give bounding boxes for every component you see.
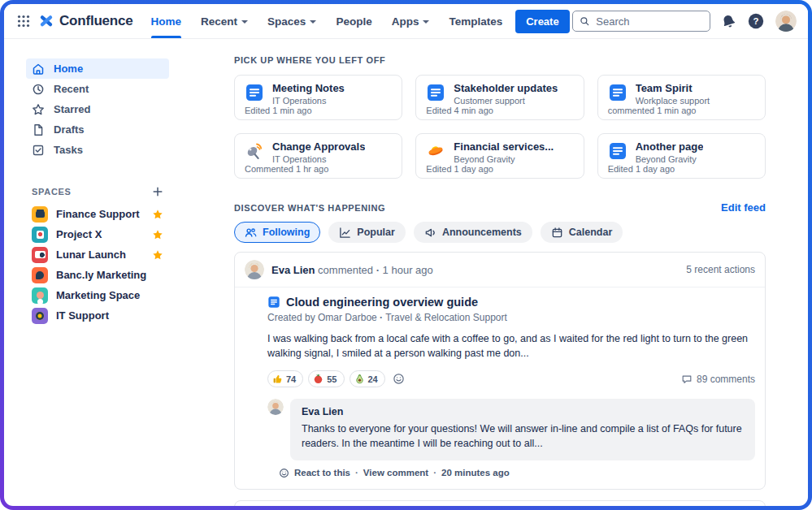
people-icon xyxy=(245,227,257,239)
sidebar-space-marketing-space[interactable]: Marketing Space xyxy=(26,285,169,305)
sidebar: Home Recent Starred Drafts xyxy=(4,39,224,506)
tomato-emoji xyxy=(313,374,323,384)
app-switcher-button[interactable] xyxy=(14,11,33,31)
svg-text:?: ? xyxy=(753,16,759,26)
search-box[interactable] xyxy=(572,11,710,32)
search-icon xyxy=(580,15,589,27)
create-button[interactable]: Create xyxy=(515,10,569,33)
home-icon xyxy=(32,63,45,76)
draft-icon xyxy=(32,123,45,136)
ufo-icon xyxy=(426,141,445,161)
nav-item-spaces[interactable]: Spaces xyxy=(258,4,326,38)
pickup-card-team-spirit[interactable]: Team Spirit Workplace support commented … xyxy=(597,75,766,120)
tasks-icon xyxy=(32,144,45,157)
sidebar-item-home[interactable]: Home xyxy=(26,58,169,79)
search-input[interactable] xyxy=(594,15,703,28)
feed-item-cloud-engineering: Eva Lien commented · 1 hour ago 5 recent… xyxy=(234,252,766,490)
comment-row: Eva Lien Thanks to everyone for your que… xyxy=(267,399,755,460)
sidebar-space-it-support[interactable]: IT Support xyxy=(26,305,169,326)
react-to-this-link[interactable]: React to this xyxy=(294,468,350,478)
reactions-row: 74 55 xyxy=(267,370,755,387)
sidebar-item-starred[interactable]: Starred xyxy=(26,99,169,119)
nav-item-apps[interactable]: Apps xyxy=(382,4,440,38)
confluence-page: Confluence Home Recent Spaces People App… xyxy=(4,4,808,506)
reaction-thumbs-up[interactable]: 74 xyxy=(267,370,303,387)
nav-item-templates[interactable]: Templates xyxy=(439,4,512,38)
comment-footer: React to this · View comment · 20 minute… xyxy=(279,468,755,478)
avatar xyxy=(245,260,264,279)
comment-bubble-icon xyxy=(681,374,693,385)
space-avatar-icon xyxy=(32,308,48,324)
author-name: Eva Lien xyxy=(271,264,315,276)
help-button[interactable]: ? xyxy=(747,12,765,30)
feed-item-header: Eva Lien commented · 1 hour ago 5 recent… xyxy=(235,253,765,287)
page-icon xyxy=(608,141,627,161)
profile-avatar[interactable] xyxy=(775,11,797,32)
confluence-logo[interactable]: Confluence xyxy=(38,13,133,29)
avocado-emoji xyxy=(354,374,365,384)
avatar xyxy=(775,11,797,32)
add-reaction-smiley-icon xyxy=(393,373,405,385)
notifications-button[interactable] xyxy=(721,14,736,29)
filter-popular[interactable]: Popular xyxy=(328,222,406,243)
clock-icon xyxy=(32,83,45,96)
reaction-tomato[interactable]: 55 xyxy=(308,370,344,387)
sidebar-space-finance-support[interactable]: Finance Support xyxy=(26,204,169,224)
filter-following[interactable]: Following xyxy=(234,222,320,243)
view-comment-link[interactable]: View comment xyxy=(363,468,428,478)
card-meta: Edited 4 min ago xyxy=(426,106,573,115)
add-reaction-button[interactable] xyxy=(393,373,405,385)
comment-text: Thanks to everyone for your questions! W… xyxy=(302,421,744,451)
starred-icon[interactable] xyxy=(152,209,163,220)
edit-feed-link[interactable]: Edit feed xyxy=(721,201,766,214)
main-content: PICK UP WHERE YOU LEFT OFF Meeting Notes… xyxy=(224,39,808,506)
card-meta: Edited 1 day ago xyxy=(608,164,755,174)
megaphone-icon xyxy=(424,227,436,239)
chevron-down-icon xyxy=(310,20,316,24)
sidebar-space-project-x[interactable]: Project X xyxy=(26,224,169,244)
sidebar-space-bancly-marketing[interactable]: Banc.ly Marketing xyxy=(26,265,169,285)
feed-item-body: Cloud engineering overview guide Created… xyxy=(235,287,765,489)
pickup-card-another-page[interactable]: Another page Beyond Gravity Edited 1 day… xyxy=(597,133,766,179)
comment-time: 20 minutes ago xyxy=(441,468,510,478)
page-icon xyxy=(426,83,445,102)
sidebar-item-recent[interactable]: Recent xyxy=(26,79,169,99)
pickup-card-financial-services[interactable]: Financial services... Beyond Gravity Edi… xyxy=(415,133,584,179)
space-avatar-icon xyxy=(32,247,48,263)
starred-icon[interactable] xyxy=(152,249,163,261)
activity-feed: Eva Lien commented · 1 hour ago 5 recent… xyxy=(234,252,766,506)
discover-section-label: DISCOVER WHAT'S HAPPENING xyxy=(234,203,385,213)
pickup-card-meeting-notes[interactable]: Meeting Notes IT Operations Edited 1 min… xyxy=(234,75,402,120)
recent-actions-label: 5 recent actions xyxy=(686,264,755,275)
app-grid-icon xyxy=(17,15,30,28)
browser-frame: Confluence Home Recent Spaces People App… xyxy=(0,0,812,510)
page-icon xyxy=(245,83,264,102)
feed-preview-text: I was walking back from a local cafe wit… xyxy=(267,331,755,361)
pickup-card-change-approvals[interactable]: Change Approvals IT Operations Commented… xyxy=(234,133,402,179)
body-row: Home Recent Starred Drafts xyxy=(4,39,808,506)
feed-page-title[interactable]: Cloud engineering overview guide xyxy=(267,296,755,309)
page-icon xyxy=(267,296,280,309)
plus-icon xyxy=(152,186,163,197)
comment-bubble: Eva Lien Thanks to everyone for your que… xyxy=(290,399,755,460)
nav-item-recent[interactable]: Recent xyxy=(191,4,258,38)
pickup-section-label: PICK UP WHERE YOU LEFT OFF xyxy=(234,55,808,65)
nav-item-home[interactable]: Home xyxy=(141,4,192,38)
starred-icon[interactable] xyxy=(152,229,163,240)
sidebar-item-tasks[interactable]: Tasks xyxy=(26,140,169,160)
feed-item-incident-pirs: Jie Yan Song edited · 1 hour ago xyxy=(234,500,766,507)
pickup-card-stakeholder-updates[interactable]: Stakeholder updates Customer support Edi… xyxy=(415,75,584,120)
sidebar-item-drafts[interactable]: Drafts xyxy=(26,119,169,140)
nav-item-people[interactable]: People xyxy=(326,4,381,38)
reaction-avocado[interactable]: 24 xyxy=(350,370,385,387)
brand-name: Confluence xyxy=(59,13,133,29)
sidebar-space-lunar-launch[interactable]: Lunar Launch xyxy=(26,244,169,265)
add-space-button[interactable] xyxy=(152,186,163,197)
filter-announcements[interactable]: Announcements xyxy=(414,222,532,243)
card-meta: Edited 1 day ago xyxy=(426,164,573,174)
card-meta: Edited 1 min ago xyxy=(245,106,392,115)
space-avatar-icon xyxy=(32,227,48,243)
feed-byline: Created by Omar Darboe · Travel & Reloca… xyxy=(267,312,755,323)
filter-calendar[interactable]: Calendar xyxy=(541,222,623,243)
comments-count[interactable]: 89 comments xyxy=(681,374,755,385)
